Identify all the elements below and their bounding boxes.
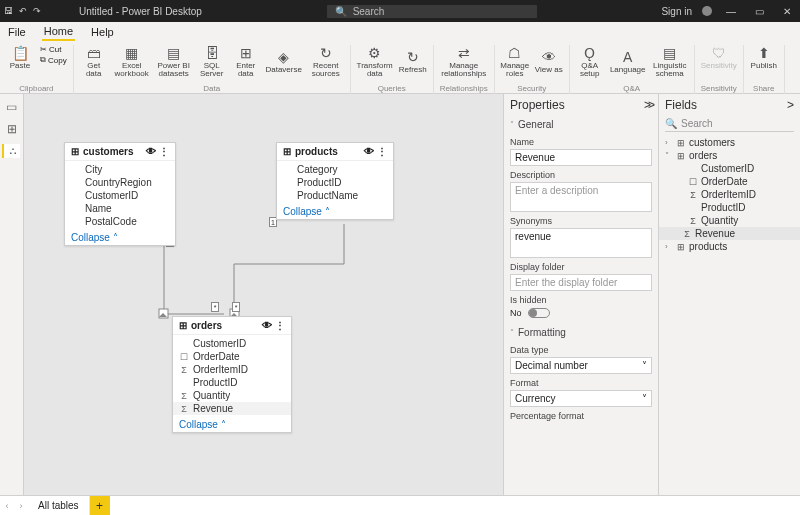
minimize-button[interactable]: — <box>722 6 740 17</box>
redo-icon[interactable]: ↷ <box>33 6 41 16</box>
report-view-icon[interactable]: ▭ <box>5 100 19 114</box>
table-icon: ⊞ <box>676 151 686 161</box>
tree-field-quantity[interactable]: ΣQuantity <box>665 214 794 227</box>
prop-folder-input[interactable]: Enter the display folder <box>510 274 652 291</box>
database-icon: 🗃 <box>86 45 102 61</box>
publish-button[interactable]: ⬆Publish <box>750 45 778 70</box>
menu-help[interactable]: Help <box>89 24 116 40</box>
menu-file[interactable]: File <box>6 24 28 40</box>
enter-data-button[interactable]: ⊞Enter data <box>232 45 260 78</box>
field-customerid[interactable]: CustomerID <box>65 189 175 202</box>
window-title: Untitled - Power BI Desktop <box>79 6 202 17</box>
prop-name-input[interactable]: Revenue <box>510 149 652 166</box>
tree-orders[interactable]: ˅⊞orders <box>665 149 794 162</box>
chevron-down-icon: ˅ <box>642 393 647 404</box>
pbi-datasets-button[interactable]: ▤Power BI datasets <box>156 45 192 78</box>
prop-format-label: Format <box>510 378 652 388</box>
tree-field-customerid[interactable]: CustomerID <box>665 162 794 175</box>
table-more-icon[interactable]: 👁 ⋮ <box>146 146 169 157</box>
field-customerid[interactable]: CustomerID <box>173 337 291 350</box>
linguistic-schema-button[interactable]: ▤Linguistic schema <box>652 45 688 78</box>
table-products[interactable]: ⊞products👁 ⋮ Category ProductID ProductN… <box>276 142 394 220</box>
data-view-icon[interactable]: ⊞ <box>5 122 19 136</box>
table-icon: ⊞ <box>71 146 79 157</box>
tab-next[interactable]: › <box>14 496 28 515</box>
prop-name-label: Name <box>510 137 652 147</box>
add-layout-button[interactable]: + <box>90 496 110 515</box>
model-view-icon[interactable]: ⛬ <box>2 144 20 158</box>
section-formatting[interactable]: ˄Formatting <box>510 324 652 341</box>
ribbon: 📋Paste ✂Cut ⧉Copy Clipboard 🗃Get data ▦E… <box>0 42 800 94</box>
expand-pane-icon[interactable]: > <box>787 98 794 112</box>
language-button[interactable]: ALanguage <box>610 45 646 78</box>
section-general[interactable]: ˄General <box>510 116 652 133</box>
tree-customers[interactable]: ›⊞customers <box>665 136 794 149</box>
table-orders[interactable]: ⊞orders👁 ⋮ CustomerID☐OrderDateΣOrderIte… <box>172 316 292 433</box>
field-type-icon: Σ <box>682 229 692 239</box>
view-as-button[interactable]: 👁View as <box>535 45 563 78</box>
paste-button[interactable]: 📋Paste <box>6 45 34 70</box>
field-orderitemid[interactable]: ΣOrderItemID <box>173 363 291 376</box>
signin-link[interactable]: Sign in <box>661 6 692 17</box>
table-more-icon[interactable]: 👁 ⋮ <box>262 320 285 331</box>
table-more-icon[interactable]: 👁 ⋮ <box>364 146 387 157</box>
field-postalcode[interactable]: PostalCode <box>65 215 175 228</box>
collapse-link[interactable]: Collapse˄ <box>65 230 175 245</box>
collapse-link[interactable]: Collapse˄ <box>277 204 393 219</box>
maximize-button[interactable]: ▭ <box>750 6 768 17</box>
search-box[interactable]: 🔍 Search <box>327 5 537 18</box>
field-city[interactable]: City <box>65 163 175 176</box>
tab-prev[interactable]: ‹ <box>0 496 14 515</box>
tree-field-orderitemid[interactable]: ΣOrderItemID <box>665 188 794 201</box>
field-name[interactable]: Name <box>65 202 175 215</box>
recent-sources-button[interactable]: ↻Recent sources <box>308 45 344 78</box>
tree-field-productid[interactable]: ProductID <box>665 201 794 214</box>
refresh-button[interactable]: ↻Refresh <box>399 45 427 78</box>
collapse-pane-icon[interactable]: >> <box>644 98 652 112</box>
menu-home[interactable]: Home <box>42 23 75 41</box>
prop-datatype-select[interactable]: Decimal number˅ <box>510 357 652 374</box>
field-orderdate[interactable]: ☐OrderDate <box>173 350 291 363</box>
tree-field-revenue[interactable]: ΣRevenue <box>659 227 800 240</box>
get-data-button[interactable]: 🗃Get data <box>80 45 108 78</box>
field-category[interactable]: Category <box>277 163 393 176</box>
layout-tab-all-tables[interactable]: All tables <box>28 496 90 515</box>
table-customers[interactable]: ⊞customers👁 ⋮ City CountryRegion Custome… <box>64 142 176 246</box>
field-productid[interactable]: ProductID <box>173 376 291 389</box>
prop-format-select[interactable]: Currency˅ <box>510 390 652 407</box>
chevron-right-icon: › <box>665 242 673 251</box>
excel-button[interactable]: ▦Excel workbook <box>114 45 150 78</box>
transform-button[interactable]: ⚙Transform data <box>357 45 393 78</box>
fields-search[interactable]: 🔍Search <box>665 116 794 132</box>
undo-icon[interactable]: ↶ <box>19 6 27 16</box>
prop-hidden-toggle[interactable]: No <box>510 308 652 318</box>
model-canvas[interactable]: 1 * 1 * ⊞customers👁 ⋮ City CountryRegion… <box>24 94 503 495</box>
tree-field-orderdate[interactable]: ☐OrderDate <box>665 175 794 188</box>
cut-button[interactable]: ✂Cut <box>40 45 67 54</box>
menu-bar: File Home Help <box>0 22 800 42</box>
close-button[interactable]: ✕ <box>778 6 796 17</box>
field-productname[interactable]: ProductName <box>277 189 393 202</box>
clipboard-icon: 📋 <box>12 45 28 61</box>
search-icon: 🔍 <box>335 6 347 17</box>
sql-button[interactable]: 🗄SQL Server <box>198 45 226 78</box>
svg-rect-0 <box>159 309 168 318</box>
prop-syn-input[interactable]: revenue <box>510 228 652 258</box>
qa-setup-button[interactable]: ǪQ&A setup <box>576 45 604 78</box>
save-icon[interactable]: 🖫 <box>4 6 13 16</box>
field-quantity[interactable]: ΣQuantity <box>173 389 291 402</box>
tree-products[interactable]: ›⊞products <box>665 240 794 253</box>
user-avatar-icon[interactable] <box>702 6 712 16</box>
field-countryregion[interactable]: CountryRegion <box>65 176 175 189</box>
view-as-icon: 👁 <box>541 49 557 65</box>
search-icon: 🔍 <box>665 118 677 129</box>
manage-relationships-button[interactable]: ⇄Manage relationships <box>446 45 482 78</box>
field-productid[interactable]: ProductID <box>277 176 393 189</box>
manage-roles-button[interactable]: ☖Manage roles <box>501 45 529 78</box>
sensitivity-button[interactable]: 🛡Sensitivity <box>701 45 737 70</box>
prop-desc-input[interactable]: Enter a description <box>510 182 652 212</box>
dataverse-button[interactable]: ◈Dataverse <box>266 45 302 78</box>
field-revenue[interactable]: ΣRevenue <box>173 402 291 415</box>
copy-button[interactable]: ⧉Copy <box>40 55 67 65</box>
collapse-link[interactable]: Collapse˄ <box>173 417 291 432</box>
